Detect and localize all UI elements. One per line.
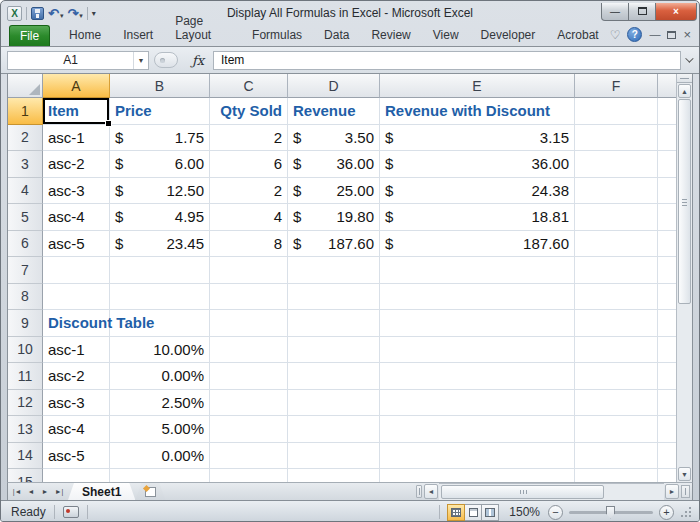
cell-E10[interactable] [380,337,575,364]
column-header-d[interactable]: D [288,74,380,98]
cell-F1[interactable] [575,98,658,125]
cell-E12[interactable] [380,390,575,417]
cell-E11[interactable] [380,363,575,390]
redo-button[interactable]: ↷ ▾ [67,7,82,20]
close-button[interactable]: × [655,3,697,21]
cell-partial-11[interactable] [658,363,676,390]
cell-C11[interactable] [210,363,288,390]
cell-F9[interactable] [575,310,658,337]
cell-A11[interactable]: asc-2 [43,363,110,390]
column-header-e[interactable]: E [380,74,575,98]
column-header-partial[interactable] [658,74,676,98]
cell-F7[interactable] [575,257,658,284]
cell-D12[interactable] [288,390,380,417]
formula-bar-handle[interactable] [154,52,178,68]
help-button[interactable]: ? [627,27,642,42]
workbook-minimize-button[interactable]: — [649,29,660,40]
cell-F2[interactable] [575,125,658,152]
cell-partial-6[interactable] [658,231,676,258]
h-scroll-left-button[interactable]: ◄ [424,484,438,499]
cell-C2[interactable]: 2 [210,125,288,152]
cell-F15[interactable] [575,469,658,482]
cell-B4[interactable]: $12.50 [110,178,210,205]
row-header-10[interactable]: 10 [8,337,43,364]
cell-C7[interactable] [210,257,288,284]
cell-A10[interactable]: asc-1 [43,337,110,364]
cell-D10[interactable] [288,337,380,364]
cell-A8[interactable] [43,284,110,311]
row-header-7[interactable]: 7 [8,257,43,284]
cell-partial-1[interactable] [658,98,676,125]
cell-E4[interactable]: $24.38 [380,178,575,205]
excel-app-icon[interactable]: X [7,6,22,21]
tab-view[interactable]: View [422,24,470,46]
row-header-3[interactable]: 3 [8,151,43,178]
cell-B11[interactable]: 0.00% [110,363,210,390]
cell-A3[interactable]: asc-2 [43,151,110,178]
cell-D4[interactable]: $25.00 [288,178,380,205]
cell-D9[interactable] [288,310,380,337]
cell-F8[interactable] [575,284,658,311]
cell-C1[interactable]: Qty Sold [210,98,288,125]
cell-B3[interactable]: $6.00 [110,151,210,178]
cell-D8[interactable] [288,284,380,311]
cell-C14[interactable] [210,443,288,470]
file-tab[interactable]: File [9,25,50,46]
cell-C8[interactable] [210,284,288,311]
name-box[interactable]: A1 ▼ [7,51,149,70]
vertical-split-handle[interactable] [677,74,692,83]
cell-C6[interactable]: 8 [210,231,288,258]
row-header-6[interactable]: 6 [8,231,43,258]
cell-B8[interactable] [110,284,210,311]
view-page-layout-button[interactable] [464,504,482,521]
vertical-scroll-thumb[interactable] [678,99,691,304]
cell-F6[interactable] [575,231,658,258]
cell-D2[interactable]: $3.50 [288,125,380,152]
workbook-close-button[interactable]: × [683,29,691,40]
cell-partial-9[interactable] [658,310,676,337]
cell-E6[interactable]: $187.60 [380,231,575,258]
cell-B15[interactable] [110,469,210,482]
redo-dropdown-icon[interactable]: ▾ [79,11,83,20]
cell-D13[interactable] [288,416,380,443]
cell-A6[interactable]: asc-5 [43,231,110,258]
scroll-down-button[interactable]: ▼ [678,467,691,481]
cell-F13[interactable] [575,416,658,443]
cell-D7[interactable] [288,257,380,284]
cell-D15[interactable] [288,469,380,482]
cell-E13[interactable] [380,416,575,443]
tab-review[interactable]: Review [360,24,421,46]
cell-C9[interactable] [210,310,288,337]
zoom-slider-thumb[interactable] [606,506,615,519]
cell-partial-14[interactable] [658,443,676,470]
row-header-2[interactable]: 2 [8,125,43,152]
cell-D3[interactable]: $36.00 [288,151,380,178]
cell-D14[interactable] [288,443,380,470]
cell-A9[interactable]: Discount Table [43,310,110,337]
zoom-out-button[interactable]: − [548,505,563,520]
sheet-tab-sheet1[interactable]: Sheet1 [68,483,135,500]
cell-B12[interactable]: 2.50% [110,390,210,417]
cell-partial-15[interactable] [658,469,676,482]
view-normal-button[interactable] [447,504,465,521]
h-scroll-split-box[interactable] [681,485,690,498]
column-header-c[interactable]: C [210,74,288,98]
cell-D1[interactable]: Revenue [288,98,380,125]
cell-C10[interactable] [210,337,288,364]
cell-F14[interactable] [575,443,658,470]
cell-F5[interactable] [575,204,658,231]
cell-C15[interactable] [210,469,288,482]
tab-data[interactable]: Data [313,24,360,46]
row-header-9[interactable]: 9 [8,310,43,337]
macro-record-button[interactable] [63,506,79,518]
cell-B10[interactable]: 10.00% [110,337,210,364]
tab-home[interactable]: Home [58,24,112,46]
cell-partial-2[interactable] [658,125,676,152]
cell-B6[interactable]: $23.45 [110,231,210,258]
cell-E14[interactable] [380,443,575,470]
row-header-12[interactable]: 12 [8,390,43,417]
minimize-button[interactable]: — [601,3,629,21]
cell-A12[interactable]: asc-3 [43,390,110,417]
cell-E8[interactable] [380,284,575,311]
cell-E5[interactable]: $18.81 [380,204,575,231]
